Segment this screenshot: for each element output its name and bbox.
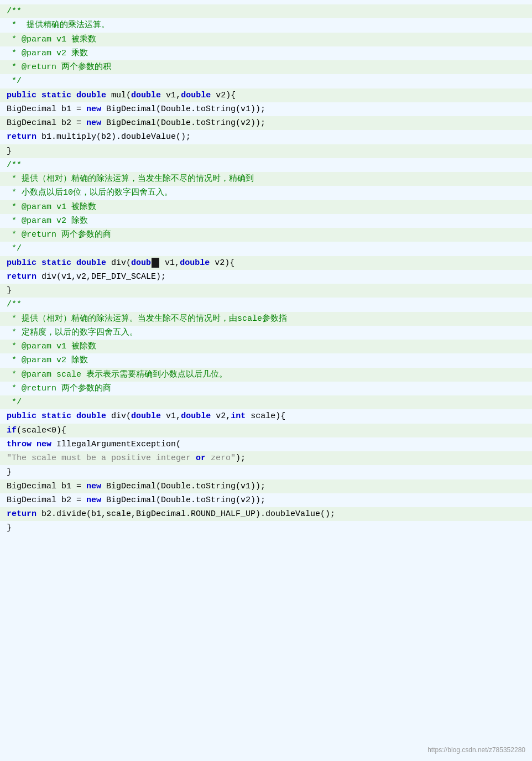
code-container: /** * 提供精确的乘法运算。 * @param v1 被乘数 * @para… — [0, 0, 532, 761]
code-line: */ — [0, 395, 532, 409]
code-line: * @param v2 乘数 — [0, 46, 532, 60]
code-line: * @return 两个参数的商 — [0, 228, 532, 242]
code-line: return div(v1,v2,DEF_DIV_SCALE); — [0, 270, 532, 284]
code-line: throw new IllegalArgumentException( — [0, 437, 532, 451]
code-line: public static double div(doub v1,double … — [0, 256, 532, 270]
code-line: /** — [0, 158, 532, 172]
code-line: * @param v2 除数 — [0, 353, 532, 367]
code-line: BigDecimal b1 = new BigDecimal(Double.to… — [0, 479, 532, 493]
code-line: * 提供（相对）精确的除法运算，当发生除不尽的情况时，精确到 — [0, 172, 532, 186]
code-line: */ — [0, 242, 532, 256]
code-line: BigDecimal b2 = new BigDecimal(Double.to… — [0, 493, 532, 507]
code-line: } — [0, 284, 532, 298]
code-line: * @return 两个参数的商 — [0, 382, 532, 395]
code-line: * @return 两个参数的积 — [0, 60, 532, 74]
code-line: } — [0, 144, 532, 158]
code-line: */ — [0, 74, 532, 88]
code-line: public static double div(double v1,doubl… — [0, 409, 532, 423]
code-line: BigDecimal b2 = new BigDecimal(Double.to… — [0, 116, 532, 130]
code-line: * 定精度，以后的数字四舍五入。 — [0, 326, 532, 340]
cursor — [152, 258, 159, 268]
code-line: * 小数点以后10位，以后的数字四舍五入。 — [0, 186, 532, 200]
code-line: BigDecimal b1 = new BigDecimal(Double.to… — [0, 102, 532, 116]
code-line: * 提供（相对）精确的除法运算。当发生除不尽的情况时，由scale参数指 — [0, 312, 532, 326]
watermark: https://blog.csdn.net/z785352280 — [427, 745, 525, 755]
code-line: return b1.multiply(b2).doubleValue(); — [0, 130, 532, 144]
code-line: * @param v1 被除数 — [0, 200, 532, 214]
code-line: * 提供精确的乘法运算。 — [0, 18, 532, 32]
code-line: } — [0, 521, 532, 535]
code-line: /** — [0, 4, 532, 18]
code-line: public static double mul(double v1,doubl… — [0, 88, 532, 102]
code-line: * @param v1 被乘数 — [0, 33, 532, 46]
code-line: * @param scale 表示表示需要精确到小数点以后几位。 — [0, 368, 532, 382]
code-line: if(scale<0){ — [0, 424, 532, 437]
code-line: } — [0, 465, 532, 479]
code-line: * @param v2 除数 — [0, 214, 532, 228]
code-line: "The scale must be a positive integer or… — [0, 451, 532, 465]
code-line: * @param v1 被除数 — [0, 340, 532, 353]
code-line: /** — [0, 298, 532, 311]
code-line: return b2.divide(b1,scale,BigDecimal.ROU… — [0, 507, 532, 521]
